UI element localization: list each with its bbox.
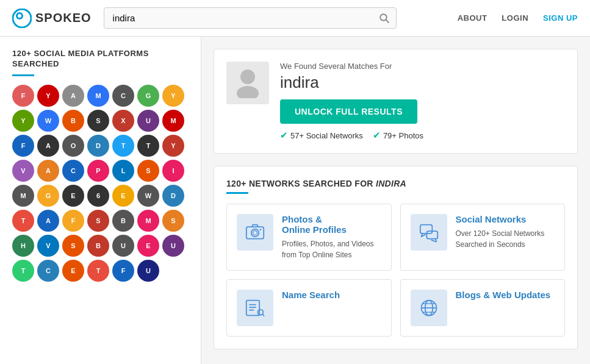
sidebar-icon-mail: M [162,110,184,132]
icon-grid: FYAMCGYYWBSXUMFAODTTYVACPLSIMGE6EWDTAFSB… [12,85,189,282]
social-card-title: Social Networks [456,214,555,224]
svg-line-18 [262,315,264,316]
sidebar-icon-amazon: A [37,160,59,182]
sidebar-icon-unknown1: U [137,110,159,132]
sidebar-icon-envato: E [137,235,159,257]
sidebar-icon-instagram: I [162,160,184,182]
photos-card-title: Photos &Online Profiles [282,214,381,235]
svg-point-8 [251,229,259,237]
svg-point-17 [257,310,263,315]
search-icon [379,13,390,24]
sidebar-icon-google-plus: G [137,85,159,107]
logo-text: SPOKEO [35,11,92,25]
social-card-info: Social Networks Over 120+ Social Network… [456,214,555,250]
stat-social-networks: ✔ 57+ Social Networks [280,130,363,141]
search-input[interactable] [104,7,397,29]
sidebar-icon-yelp: Y [162,135,184,157]
found-text: We Found Several Matches For [280,62,565,71]
name-icon-wrap [237,290,273,326]
sidebar-icon-unknown3: U [137,260,159,282]
svg-point-2 [18,14,21,18]
sidebar-icon-yammer: Y [12,110,34,132]
sidebar-icon-disqus: D [87,135,109,157]
stat-photos-text: 79+ Photos [383,131,423,140]
sidebar-icon-hootsuite: H [12,235,34,257]
sidebar-icon-yahoo: Y [162,85,184,107]
sidebar-icon-osx: O [62,135,84,157]
unlock-button[interactable]: UNLOCK FULL RESULTS [280,99,417,124]
sidebar-icon-circle: C [62,160,84,182]
sidebar-icon-microsoft-teams: M [87,85,109,107]
sidebar-icon-facebook: F [12,135,34,157]
sidebar-icon-ubuntud: U [112,235,134,257]
search-wrap [104,7,397,29]
sidebar-icon-tripadvisor: T [12,260,34,282]
sidebar-icon-behance: B [112,210,134,232]
sidebar-icon-medium2: M [12,185,34,207]
stat-social-text: 57+ Social Networks [290,131,363,140]
sidebar-icon-6px: 6 [87,185,109,207]
person-icon [236,68,260,98]
photos-card-info: Photos &Online Profiles Profiles, Photos… [282,214,381,260]
networks-title-prefix: 120+ NETWORKS SEARCHED FOR [226,179,376,188]
sidebar-icon-about-me: A [37,135,59,157]
sidebar-icon-linkedin: L [112,160,134,182]
blogs-icon-wrap [411,290,447,326]
search-button[interactable] [372,7,397,29]
person-search-icon [245,298,265,318]
sidebar-icon-unknown2: U [162,235,184,257]
sidebar-icon-stumbleupon: S [137,160,159,182]
globe-icon [419,298,439,318]
about-link[interactable]: ABOUT [458,13,487,23]
sidebar-icon-bitcoin: B [87,235,109,257]
sidebar-icon-xing: X [112,110,134,132]
svg-point-5 [240,70,255,84]
sidebar-icon-twitter: T [112,135,134,157]
networks-title-name: INDIRA [376,179,406,188]
login-link[interactable]: LOGIN [502,13,528,23]
sidebar-icon-feedly: F [62,210,84,232]
network-cards: Photos &Online Profiles Profiles, Photos… [226,204,565,337]
networks-section: 120+ NETWORKS SEARCHED FOR INDIRA [214,166,578,349]
svg-point-6 [237,86,259,98]
camera-icon [245,223,265,242]
photos-card-desc: Profiles, Photos, and Videos from Top On… [282,238,381,260]
stat-photos: ✔ 79+ Photos [373,130,423,141]
check-icon-1: ✔ [280,130,288,141]
name-card-title: Name Search [282,290,340,300]
chat-icon [419,223,439,242]
sidebar-icon-foursquare: F [112,260,134,282]
nav-links: ABOUT LOGIN SIGN UP [458,13,578,23]
sidebar-icon-windows: W [37,110,59,132]
network-card-name: Name Search [226,279,392,337]
name-card-info: Name Search [282,290,340,304]
social-icon-wrap [411,214,447,251]
sidebar-icon-ebay: E [112,185,134,207]
header: SPOKEO ABOUT LOGIN SIGN UP [0,0,590,37]
main-content: 120+ SOCIAL MEDIA PLATFORMS SEARCHED FYA… [0,37,590,364]
logo[interactable]: SPOKEO [12,9,92,28]
svg-line-4 [386,20,388,22]
sidebar-icon-soundcloud: S [162,210,184,232]
svg-rect-11 [420,225,432,234]
networks-underline [226,192,248,194]
sidebar-icon-eyeem: E [62,185,84,207]
profile-card: We Found Several Matches For indira UNLO… [214,49,578,154]
svg-point-10 [260,229,262,230]
sidebar-icon-youtube: Y [37,85,59,107]
sidebar-icon-vimeo: V [37,235,59,257]
sidebar-icon-wordpress: W [137,185,159,207]
sidebar-icon-disqus2: D [162,185,184,207]
sidebar: 120+ SOCIAL MEDIA PLATFORMS SEARCHED FYA… [0,37,201,364]
content-area: We Found Several Matches For indira UNLO… [201,37,590,364]
sidebar-icon-circle2: C [37,260,59,282]
network-card-blogs: Blogs & Web Updates [400,279,566,337]
signup-link[interactable]: SIGN UP [543,13,578,23]
spokeo-logo-icon [12,9,32,28]
blogs-card-title: Blogs & Web Updates [456,290,551,300]
sidebar-icon-flickr: F [12,85,34,107]
sidebar-icon-apple: A [62,85,84,107]
social-card-desc: Over 120+ Social Networks Searched in Se… [456,228,555,250]
svg-point-9 [253,230,257,235]
blogs-card-info: Blogs & Web Updates [456,290,551,304]
